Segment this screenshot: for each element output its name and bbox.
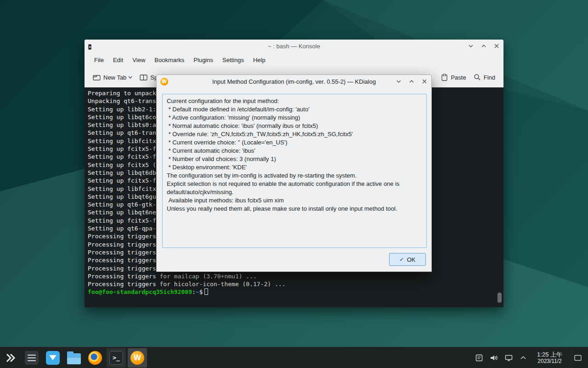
konsole-app-icon: > — [88, 42, 91, 50]
clock-date: 2023/11/2 — [537, 358, 562, 364]
terminal-line: Processing triggers for hicolor-icon-the… — [88, 280, 503, 288]
split-view-icon — [140, 74, 147, 81]
menu-item[interactable]: File — [90, 55, 108, 65]
kdialog-titlebar[interactable]: W Input Method Configuration (im-config,… — [157, 75, 431, 88]
terminal-prompt: foo@foo-standardpcq35ich92009:~$ — [88, 288, 503, 296]
menu-item[interactable]: Plugins — [189, 55, 217, 65]
close-icon[interactable] — [492, 42, 501, 50]
task-manager-button[interactable] — [22, 348, 41, 368]
clipboard-icon — [441, 74, 448, 81]
dialog-message-line: Current configuration for the input meth… — [167, 97, 422, 105]
find-label: Find — [484, 74, 495, 81]
launcher-icon — [5, 352, 17, 364]
prompt-path: ~ — [196, 288, 199, 295]
find-button[interactable]: Find — [470, 71, 499, 84]
maximize-icon[interactable] — [407, 77, 416, 86]
kdialog-window: W Input Method Configuration (im-config,… — [156, 75, 432, 272]
konsole-titlebar[interactable]: > ~ : bash — Konsole — [85, 40, 503, 52]
task-manager-icon — [25, 351, 39, 365]
prompt-user-host: foo@foo-standardpcq35ich92009 — [88, 288, 192, 295]
system-tray: 1:25 上午 2023/11/2 — [475, 347, 588, 368]
dialog-message-line: * Desktop environment: 'KDE' — [167, 163, 422, 172]
ok-label: OK — [407, 256, 416, 263]
check-icon: ✓ — [400, 256, 404, 263]
konsole-task-button[interactable]: >_ — [107, 348, 126, 368]
app-launcher-button[interactable] — [1, 348, 20, 368]
dialog-message-line: * Default mode defined in /etc/default/i… — [167, 105, 422, 114]
new-tab-label: New Tab — [103, 74, 126, 81]
file-manager-button[interactable] — [64, 348, 84, 368]
menu-item[interactable]: Edit — [109, 55, 127, 65]
monitor-outline-icon — [574, 354, 582, 362]
menu-item[interactable]: Help — [249, 55, 270, 65]
taskbar: >_ W 1:25 上午 2023/11/2 — [0, 347, 588, 368]
new-tab-button[interactable]: New Tab — [89, 71, 136, 84]
konsole-menubar: FileEditViewBookmarksPluginsSettingsHelp — [85, 52, 503, 67]
dialog-message-line: Available input methods: ibus fcitx5 uim… — [167, 196, 422, 205]
dialog-message-box: Current configuration for the input meth… — [162, 94, 427, 248]
tab-plus-icon — [93, 74, 101, 81]
dialog-message-line: * Number of valid choices: 3 (normally 1… — [167, 155, 422, 163]
dialog-message-line: The configuration set by im-config is ac… — [167, 172, 422, 180]
volume-icon[interactable] — [489, 353, 498, 362]
dialog-message-line: Explicit selection is not required to en… — [167, 180, 422, 196]
dialog-message-line: * Current override choice: '' (Locale='e… — [167, 138, 422, 147]
firefox-icon — [88, 351, 102, 365]
terminal-cursor — [204, 288, 208, 295]
display-icon[interactable] — [504, 353, 513, 362]
folder-icon — [67, 353, 81, 364]
terminal-line: Processing triggers for mailcap (3.70+nm… — [88, 272, 503, 280]
dialog-message-line: Unless you really need them all, please … — [167, 205, 422, 213]
minimize-icon[interactable] — [395, 77, 403, 86]
tray-expander-chevron-up-icon[interactable] — [519, 353, 528, 362]
digital-clock[interactable]: 1:25 上午 2023/11/2 — [533, 351, 566, 364]
menu-item[interactable]: Settings — [218, 55, 248, 65]
clock-time: 1:25 上午 — [537, 351, 562, 358]
desktop: > ~ : bash — Konsole FileEditViewBookmar… — [0, 0, 588, 368]
konsole-window-title: ~ : bash — Konsole — [85, 43, 503, 50]
dialog-message-line: * Active configuration: 'missing' (norma… — [167, 114, 422, 122]
show-desktop-button[interactable] — [571, 347, 583, 368]
firefox-button[interactable] — [85, 348, 105, 368]
dialog-message-line: * Override rule: 'zh_CN,fcitx5:zh_TW,fci… — [167, 130, 422, 138]
dialog-message-line: * Normal automatic choice: 'ibus' (norma… — [167, 122, 422, 130]
menu-item[interactable]: View — [128, 55, 149, 65]
chevron-down-icon — [128, 75, 132, 79]
blue-app-icon — [46, 351, 60, 365]
notifications-icon[interactable] — [475, 353, 484, 362]
close-icon[interactable] — [420, 77, 429, 86]
maximize-icon[interactable] — [480, 42, 488, 50]
kdialog-task-button[interactable]: W — [128, 348, 147, 368]
dialog-message-line: * Current automatic choice: 'ibus' — [167, 147, 422, 155]
paste-label: Paste — [451, 74, 466, 81]
terminal-scrollbar[interactable] — [498, 293, 502, 303]
minimize-icon[interactable] — [467, 42, 475, 50]
kdialog-title: Input Method Configuration (im-config, v… — [157, 78, 431, 85]
pinned-app-blue[interactable] — [43, 348, 62, 368]
menu-item[interactable]: Bookmarks — [150, 55, 188, 65]
ok-button[interactable]: ✓ OK — [389, 253, 426, 266]
w-app-icon: W — [130, 351, 144, 365]
magnifier-icon — [474, 74, 481, 81]
paste-button[interactable]: Paste — [437, 71, 469, 84]
konsole-icon: >_ — [109, 351, 123, 365]
